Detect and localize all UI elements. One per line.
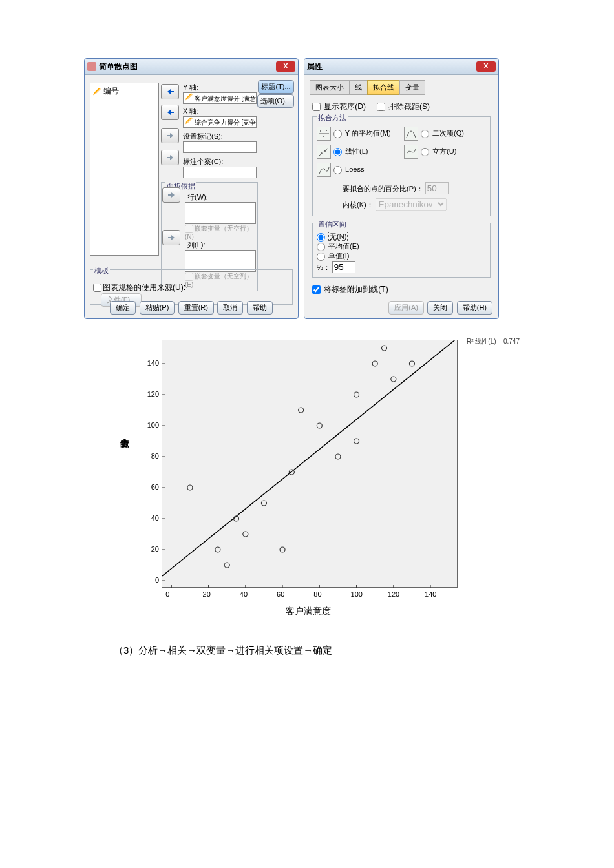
ok-button[interactable]: 确定 — [110, 301, 136, 315]
fit-ymean-radio[interactable]: Y 的平均值(M) — [333, 129, 391, 137]
help-button[interactable]: 帮助 — [247, 301, 273, 315]
kernel-select: Epanechnikov — [376, 198, 447, 211]
tab-bar: 图表大小 线 拟合线 变量 — [310, 80, 493, 95]
ci-none-radio[interactable]: 无(N) — [317, 232, 348, 240]
y-axis-field[interactable]: 客户满意度得分 [满意... — [183, 92, 257, 104]
cancel-button[interactable]: 取消 — [217, 301, 243, 315]
annotate-field[interactable] — [183, 167, 257, 178]
ymean-icon — [317, 127, 331, 141]
svg-point-3 — [326, 130, 327, 131]
setmark-label: 设置标记(S): — [183, 132, 258, 141]
reset-button[interactable]: 重置(R) — [178, 301, 214, 315]
svg-point-8 — [187, 485, 193, 490]
row-label: 行(W): — [187, 192, 253, 202]
move-col-button[interactable] — [162, 230, 180, 245]
x-axis-label: X 轴: — [183, 107, 258, 116]
svg-point-5 — [321, 152, 322, 154]
scatter-chart: 020406080100120140 020406080100120140 客户… — [124, 335, 471, 619]
col-field[interactable] — [185, 250, 256, 272]
fit-cubic-radio[interactable]: 立方(U) — [421, 147, 456, 155]
show-spikes-check[interactable]: 显示花序(D) — [312, 102, 366, 111]
template-source-check[interactable]: 图表规格的使用来源(U): — [93, 283, 185, 292]
svg-point-20 — [354, 439, 359, 444]
svg-point-19 — [354, 392, 359, 397]
app-icon — [87, 62, 96, 71]
svg-point-22 — [382, 346, 387, 351]
svg-point-16 — [299, 408, 304, 413]
y-axis-label: Y 轴: — [183, 83, 258, 92]
svg-point-18 — [335, 454, 341, 459]
svg-point-17 — [317, 423, 322, 428]
fit-loess-radio[interactable]: Loess — [333, 165, 364, 173]
tab-variables[interactable]: 变量 — [399, 80, 425, 95]
svg-point-9 — [215, 547, 220, 552]
annotate-label: 标注个案(C): — [183, 157, 258, 167]
loess-icon — [317, 163, 331, 177]
move-mark-button[interactable] — [161, 128, 179, 143]
title-button[interactable]: 标题(T)... — [258, 80, 294, 94]
setmark-field[interactable] — [183, 141, 257, 153]
attach-label-check[interactable]: 将标签附加到线(T) — [312, 285, 388, 294]
footnote-text: （3）分析→相关→双变量→进行相关项设置→确定 — [114, 645, 530, 657]
loess-pct-label: 要拟合的点的百分比(P)： — [343, 185, 423, 192]
options-button[interactable]: 选项(O)... — [257, 94, 294, 108]
x-axis-label: 客户满意度 — [286, 606, 331, 617]
window-title: 简单散点图 — [99, 61, 276, 72]
svg-point-13 — [261, 501, 266, 506]
exclude-intercept-check[interactable]: 排除截距(S) — [377, 102, 430, 111]
variable-list[interactable]: 编号 — [90, 83, 159, 256]
close-button[interactable]: 关闭 — [427, 301, 453, 315]
paste-button[interactable]: 粘贴(P) — [140, 301, 175, 315]
move-x-button[interactable] — [161, 105, 179, 120]
svg-point-2 — [323, 136, 324, 137]
ci-pct-label: %： — [317, 264, 330, 271]
svg-point-14 — [280, 547, 285, 552]
close-icon[interactable]: X — [276, 61, 295, 72]
svg-line-4 — [319, 148, 328, 156]
fit-method-title: 拟合方法 — [317, 114, 348, 121]
row-field[interactable] — [185, 202, 256, 224]
titlebar[interactable]: 简单散点图 X — [85, 59, 298, 75]
fit-linear-radio[interactable]: 线性(L) — [333, 147, 368, 155]
nest-row-check: 嵌套变量（无空行）(N) — [185, 224, 253, 240]
col-label: 列(L): — [187, 240, 253, 250]
tab-chart-size[interactable]: 图表大小 — [310, 80, 350, 95]
svg-line-7 — [162, 340, 454, 576]
ci-title: 置信区间 — [317, 220, 348, 228]
close-icon[interactable]: X — [476, 61, 496, 72]
ci-mean-radio[interactable]: 平均值(E) — [317, 242, 359, 250]
tab-lines[interactable]: 线 — [349, 80, 368, 95]
help-button[interactable]: 帮助(H) — [457, 301, 492, 315]
pencil-icon — [93, 88, 101, 96]
move-annotate-button[interactable] — [161, 150, 179, 165]
svg-point-21 — [372, 361, 377, 366]
svg-point-24 — [409, 361, 414, 366]
titlebar[interactable]: 属性 X — [304, 59, 498, 75]
template-title: 模板 — [93, 267, 110, 274]
scatter-dialog: 简单散点图 X 编号 Y 轴: 客户满意度得分 [满意... X 轴: 综合竞争… — [84, 58, 299, 319]
x-axis-field[interactable]: 综合竞争力得分 [竞争... — [183, 116, 257, 128]
quad-icon — [404, 127, 418, 141]
move-row-button[interactable] — [162, 187, 180, 203]
svg-point-1 — [320, 130, 321, 132]
cubic-icon — [404, 145, 418, 159]
variable-item[interactable]: 编号 — [90, 83, 158, 99]
ci-pct-input[interactable] — [332, 261, 355, 273]
tab-fit-line[interactable]: 拟合线 — [367, 80, 400, 95]
apply-button: 应用(A) — [388, 301, 424, 315]
svg-point-12 — [243, 532, 248, 537]
properties-dialog: 属性 X 图表大小 线 拟合线 变量 显示花序(D) 排除截距(S) 拟合方法 … — [304, 58, 499, 319]
move-y-button[interactable] — [161, 84, 179, 99]
r-squared-annotation: R² 线性(L) = 0.747 — [467, 337, 520, 346]
svg-point-23 — [391, 377, 396, 382]
variable-label: 编号 — [103, 86, 119, 97]
loess-pct-input — [425, 182, 449, 194]
window-title: 属性 — [307, 61, 476, 72]
kernel-label: 内核(K)： — [343, 201, 374, 209]
ci-indiv-radio[interactable]: 单值(I) — [317, 252, 349, 260]
svg-point-10 — [224, 563, 229, 568]
fit-quad-radio[interactable]: 二次项(Q) — [421, 129, 464, 137]
linear-icon — [317, 145, 331, 159]
svg-point-6 — [324, 150, 326, 152]
